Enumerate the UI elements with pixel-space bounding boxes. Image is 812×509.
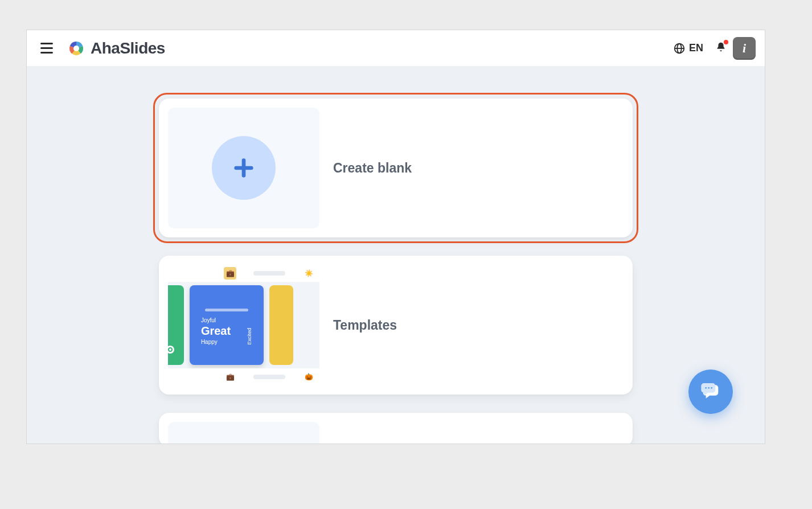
templates-thumbnail: 💼 ☀️ Joyf bbox=[168, 265, 319, 385]
language-selector[interactable]: EN bbox=[667, 39, 709, 58]
template-slide-green bbox=[168, 285, 184, 365]
create-blank-card[interactable]: Create blank bbox=[159, 98, 633, 237]
next-card-thumbnail bbox=[168, 422, 319, 444]
brand-logo[interactable]: AhaSlides bbox=[67, 39, 165, 58]
chat-icon bbox=[699, 380, 722, 403]
logo-icon bbox=[67, 39, 86, 58]
next-card-peek[interactable] bbox=[159, 413, 633, 444]
notification-dot-icon bbox=[724, 40, 728, 44]
svg-point-6 bbox=[705, 387, 707, 389]
brand-name: AhaSlides bbox=[91, 39, 165, 58]
content: Create blank 💼 ☀️ bbox=[27, 67, 765, 444]
notifications-button[interactable] bbox=[709, 38, 733, 59]
template-slide-yellow bbox=[269, 285, 293, 365]
templates-card[interactable]: 💼 ☀️ Joyf bbox=[159, 256, 633, 395]
globe-icon bbox=[673, 42, 686, 55]
briefcase-icon: 💼 bbox=[224, 267, 236, 280]
app-frame: AhaSlides EN i bbox=[26, 30, 765, 444]
sun-icon: ☀️ bbox=[302, 267, 315, 280]
create-blank-label: Create blank bbox=[333, 161, 412, 176]
info-button[interactable]: i bbox=[733, 37, 756, 60]
templates-label: Templates bbox=[333, 318, 397, 333]
plus-circle-icon bbox=[212, 136, 276, 200]
plus-icon bbox=[232, 157, 255, 179]
pumpkin-icon: 🎃 bbox=[302, 371, 315, 383]
chat-button[interactable] bbox=[688, 370, 733, 414]
template-word-top: Joyful bbox=[201, 317, 231, 323]
briefcase-icon: 💼 bbox=[224, 371, 236, 383]
info-icon: i bbox=[743, 41, 746, 56]
template-word-bottom: Happy bbox=[201, 339, 231, 345]
template-word-main: Great bbox=[201, 325, 231, 338]
template-word-side: Excited bbox=[247, 328, 252, 345]
svg-point-8 bbox=[711, 387, 712, 389]
svg-point-0 bbox=[73, 45, 79, 51]
radio-icon bbox=[168, 346, 174, 354]
hamburger-menu-icon[interactable] bbox=[40, 40, 56, 56]
content-scroll[interactable]: Create blank 💼 ☀️ bbox=[27, 67, 765, 444]
template-slide-blue: Joyful Great Happy Excited bbox=[190, 285, 264, 365]
header: AhaSlides EN i bbox=[27, 30, 765, 67]
create-blank-thumbnail bbox=[168, 108, 319, 228]
language-code: EN bbox=[689, 42, 703, 54]
svg-point-7 bbox=[708, 387, 710, 389]
